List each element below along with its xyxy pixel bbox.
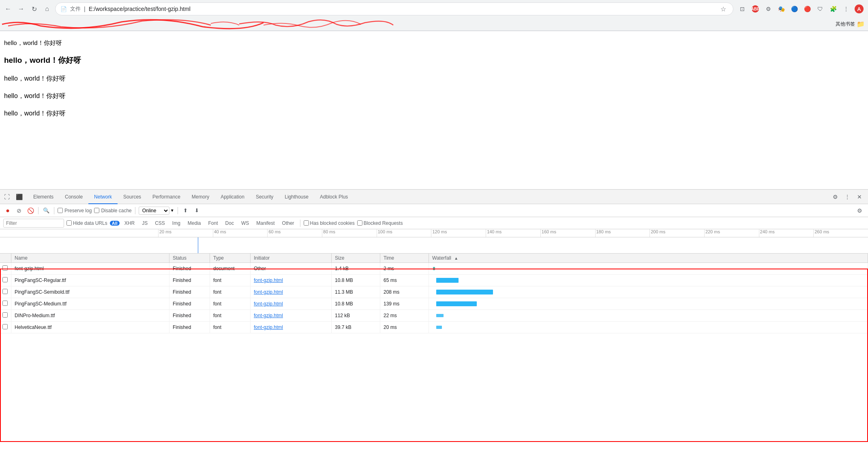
row-name-6: HelveticaNeue.ttf (11, 322, 169, 333)
ext1-btn[interactable]: ⚙ (763, 3, 774, 15)
extensions-btn[interactable]: 🧩 (827, 3, 839, 15)
search-button[interactable]: 🔍 (42, 206, 51, 215)
tab-elements[interactable]: Elements (28, 190, 59, 204)
blocked-requests-label[interactable]: Blocked Requests (357, 220, 403, 226)
th-time[interactable]: Time (380, 254, 429, 263)
tab-lighthouse[interactable]: Lighthouse (279, 190, 314, 204)
profile-btn[interactable]: A (853, 3, 865, 15)
th-initiator[interactable]: Initiator (251, 254, 332, 263)
row-initiator-3[interactable]: font-gzip.html (251, 286, 332, 298)
table-row[interactable]: DINPro-Medium.ttf Finished font font-gzi… (0, 310, 868, 322)
timeline-cursor (198, 237, 198, 254)
network-settings-btn[interactable]: ⚙ (854, 205, 865, 216)
filter-xhr[interactable]: XHR (122, 220, 137, 226)
row-name-4: PingFangSC-Medium.ttf (11, 298, 169, 310)
row-name-2: PingFangSC-Regular.ttf (11, 275, 169, 286)
filter-other[interactable]: Other (280, 220, 297, 226)
row-cb-5[interactable] (0, 310, 11, 322)
row-cb-1[interactable] (0, 263, 11, 275)
table-row[interactable]: PingFangSC-Medium.ttf Finished font font… (0, 298, 868, 310)
row-initiator-4[interactable]: font-gzip.html (251, 298, 332, 310)
tab-adblock[interactable]: Adblock Plus (314, 190, 354, 204)
tab-console[interactable]: Console (59, 190, 88, 204)
devtools-select-icon[interactable]: ⛶ (2, 192, 12, 202)
filter-media[interactable]: Media (185, 220, 204, 226)
devtools-settings-btn[interactable]: ⚙ (830, 192, 840, 202)
blocked-cookies-checkbox[interactable] (304, 220, 309, 226)
row-cb-6[interactable] (0, 322, 11, 333)
blocked-cookies-label[interactable]: Has blocked cookies (304, 220, 355, 226)
row-initiator-6[interactable]: font-gzip.html (251, 322, 332, 333)
row-cb-2[interactable] (0, 275, 11, 286)
clear-button[interactable]: 🚫 (26, 206, 35, 215)
devtools-tabs-bar: ⛶ ⬛ Elements Console Network Sources Per… (0, 190, 868, 204)
tab-security[interactable]: Security (250, 190, 279, 204)
record-button[interactable]: ● (3, 206, 12, 215)
filter-font[interactable]: Font (206, 220, 221, 226)
tab-network[interactable]: Network (88, 190, 118, 204)
row-initiator-2[interactable]: font-gzip.html (251, 275, 332, 286)
th-waterfall[interactable]: Waterfall ▲ (429, 254, 868, 263)
toolbar-sep-2 (54, 207, 54, 214)
ext3-btn[interactable]: 🔵 (789, 3, 800, 15)
network-table-container[interactable]: Name Status Type Initiator Size Time Wat… (0, 254, 868, 444)
preserve-log-checkbox[interactable] (58, 208, 63, 213)
filter-input[interactable] (3, 219, 64, 228)
row-waterfall-4 (429, 298, 868, 310)
table-row[interactable]: HelveticaNeue.ttf Finished font font-gzi… (0, 322, 868, 333)
ext4-btn[interactable]: 🔴 (802, 3, 813, 15)
filter-manifest[interactable]: Manifest (254, 220, 277, 226)
row-name-1: font-gzip.html (11, 263, 169, 275)
filter-css[interactable]: CSS (152, 220, 167, 226)
address-bar[interactable]: 📄 文件 | E:/workspace/practice/test/font-g… (55, 2, 733, 15)
row-cb-3[interactable] (0, 286, 11, 298)
extension-abp-btn[interactable]: ABP (750, 3, 761, 15)
th-size[interactable]: Size (332, 254, 380, 263)
filter-img[interactable]: Img (170, 220, 183, 226)
devtools-dock-icon[interactable]: ⬛ (14, 192, 24, 202)
filter-doc[interactable]: Doc (223, 220, 236, 226)
page-line-5: hello，world！你好呀 (4, 109, 864, 118)
table-row[interactable]: font-gzip.html Finished document Other 1… (0, 263, 868, 275)
hide-data-urls-label[interactable]: Hide data URLs (66, 220, 107, 226)
devtools-close-btn[interactable]: ✕ (854, 192, 865, 202)
disable-cache-checkbox[interactable] (94, 208, 99, 213)
blocked-requests-checkbox[interactable] (357, 220, 362, 226)
more-btn[interactable]: ⋮ (840, 3, 852, 15)
row-cb-4[interactable] (0, 298, 11, 310)
bookmark-star-button[interactable]: ☆ (718, 4, 728, 14)
import-btn[interactable]: ⬆ (181, 206, 190, 215)
row-initiator-5[interactable]: font-gzip.html (251, 310, 332, 322)
stop-recording-button[interactable]: ⊘ (15, 206, 24, 215)
filter-ws[interactable]: WS (239, 220, 251, 226)
export-btn[interactable]: ⬇ (193, 206, 201, 215)
tab-application[interactable]: Application (215, 190, 250, 204)
tab-sources[interactable]: Sources (118, 190, 147, 204)
th-status[interactable]: Status (169, 254, 210, 263)
page-line-3: hello，world！你好呀 (4, 75, 864, 83)
hide-data-urls-checkbox[interactable] (66, 220, 72, 226)
devtools-more-btn[interactable]: ⋮ (842, 192, 853, 202)
timeline-ruler: 20 ms 40 ms 60 ms 80 ms 100 ms 120 ms 14… (0, 229, 868, 237)
ext5-btn[interactable]: 🛡 (814, 3, 826, 15)
th-type[interactable]: Type (210, 254, 251, 263)
screenshot-btn[interactable]: ⊡ (737, 3, 748, 15)
throttle-select[interactable]: Online Fast 3G Slow 3G Offline (139, 207, 169, 215)
table-row[interactable]: PingFangSC-Semibold.ttf Finished font fo… (0, 286, 868, 298)
tab-performance[interactable]: Performance (147, 190, 186, 204)
ext2-btn[interactable]: 🎭 (776, 3, 787, 15)
all-filter-badge[interactable]: All (110, 221, 120, 226)
row-status-3: Finished (169, 286, 210, 298)
reload-button[interactable]: ↻ (29, 4, 39, 14)
preserve-log-label[interactable]: Preserve log (58, 208, 92, 213)
filter-js[interactable]: JS (139, 220, 150, 226)
disable-cache-label[interactable]: Disable cache (94, 208, 131, 213)
th-name[interactable]: Name (11, 254, 169, 263)
url-separator: | (84, 6, 86, 12)
row-type-1: document (210, 263, 251, 275)
tab-memory[interactable]: Memory (186, 190, 215, 204)
back-button[interactable]: ← (3, 4, 13, 14)
home-button[interactable]: ⌂ (42, 4, 52, 14)
table-row[interactable]: PingFangSC-Regular.ttf Finished font fon… (0, 275, 868, 286)
forward-button[interactable]: → (16, 4, 26, 14)
